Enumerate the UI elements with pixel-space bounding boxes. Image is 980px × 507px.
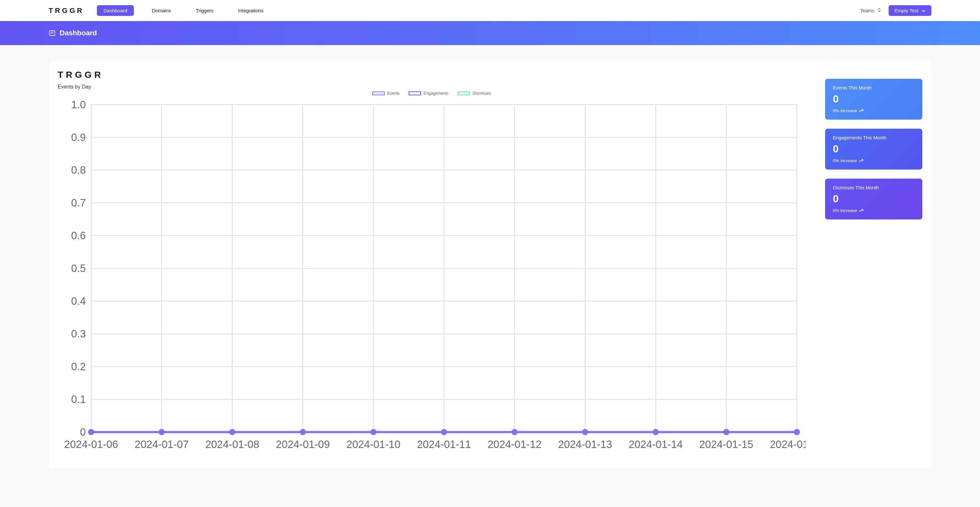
svg-text:0.5: 0.5 (71, 263, 86, 274)
svg-text:2024-01-09: 2024-01-09 (276, 438, 330, 450)
content: TRGGR Events by Day Events Engagements D… (0, 45, 980, 484)
trend-up-icon (859, 158, 863, 163)
svg-point-54 (511, 429, 517, 435)
legend-label: Events (387, 91, 399, 96)
svg-text:2024-01-06: 2024-01-06 (64, 438, 118, 450)
legend-swatch (372, 91, 385, 95)
chart-section: TRGGR Events by Day Events Engagements D… (58, 70, 806, 460)
nav-triggers[interactable]: Triggers (189, 5, 220, 16)
svg-point-53 (441, 429, 447, 435)
svg-text:2024-01-15: 2024-01-15 (699, 438, 754, 450)
svg-text:0.1: 0.1 (71, 394, 86, 405)
logo: TRGGR (49, 6, 84, 15)
svg-text:1.0: 1.0 (71, 99, 86, 110)
svg-point-48 (88, 429, 94, 435)
sort-icon (878, 8, 881, 13)
line-chart-svg: 00.10.20.30.40.50.60.70.80.91.02024-01-0… (58, 97, 806, 458)
svg-text:0: 0 (80, 426, 86, 438)
legend-swatch (409, 91, 421, 95)
svg-text:2024-01-12: 2024-01-12 (487, 438, 541, 450)
svg-point-55 (582, 429, 588, 435)
stat-value: 0 (833, 143, 915, 155)
svg-point-58 (794, 429, 800, 435)
teams-selector[interactable]: Teams (860, 8, 881, 13)
stat-value: 0 (833, 93, 915, 105)
stat-change: 0% increase (833, 158, 915, 163)
nav-links: Dashboard Domains Triggers Integrations (97, 5, 860, 16)
svg-text:0.3: 0.3 (71, 328, 86, 340)
svg-point-51 (300, 429, 306, 435)
empty-test-button[interactable]: Empty Test (889, 5, 931, 16)
stat-card-dismisses: Dismisses This Month 0 0% increase (825, 179, 922, 220)
stat-change-text: 0% increase (833, 108, 857, 113)
svg-text:0.2: 0.2 (71, 361, 86, 373)
svg-point-56 (653, 429, 659, 435)
svg-text:2024-01-13: 2024-01-13 (558, 438, 612, 450)
stat-change-text: 0% increase (833, 158, 857, 163)
stat-card-events: Events This Month 0 0% increase (825, 79, 922, 120)
nav-domains[interactable]: Domains (145, 5, 178, 16)
stat-label: Engagements This Month (833, 135, 915, 140)
svg-text:0.4: 0.4 (71, 295, 86, 307)
svg-point-52 (371, 429, 377, 435)
trend-up-icon (859, 208, 863, 213)
nav-integrations[interactable]: Integrations (232, 5, 270, 16)
nav-dashboard[interactable]: Dashboard (97, 5, 134, 16)
legend-label: Engagements (423, 91, 449, 96)
svg-text:2024-01-14: 2024-01-14 (629, 438, 683, 450)
teams-label: Teams (860, 8, 874, 13)
chart-legend: Events Engagements Dismisses (58, 91, 806, 96)
svg-rect-0 (49, 31, 55, 36)
svg-text:2024-01-11: 2024-01-11 (417, 438, 471, 450)
stats-column: Events This Month 0 0% increase Engageme… (825, 70, 922, 460)
stat-label: Events This Month (833, 85, 915, 91)
page-title: Dashboard (60, 29, 97, 37)
trend-up-icon (859, 108, 863, 113)
svg-text:2024-01-08: 2024-01-08 (205, 438, 259, 450)
navbar: TRGGR Dashboard Domains Triggers Integra… (0, 0, 980, 21)
legend-item-engagements[interactable]: Engagements (409, 91, 449, 96)
stat-change: 0% increase (833, 208, 915, 213)
legend-label: Dismisses (473, 91, 491, 96)
svg-text:0.8: 0.8 (71, 164, 86, 176)
dashboard-card: TRGGR Events by Day Events Engagements D… (49, 61, 931, 469)
chart-title: Events by Day (58, 84, 806, 90)
svg-text:0.9: 0.9 (71, 132, 86, 143)
page-header: Dashboard (0, 21, 980, 45)
nav-right: Teams Empty Test (860, 5, 931, 16)
stat-change: 0% increase (833, 108, 915, 113)
legend-item-events[interactable]: Events (372, 91, 399, 96)
chart-canvas: 00.10.20.30.40.50.60.70.80.91.02024-01-0… (58, 97, 806, 460)
svg-text:0.7: 0.7 (71, 197, 86, 209)
stat-value: 0 (833, 193, 915, 205)
empty-test-label: Empty Test (894, 8, 918, 13)
svg-point-50 (229, 429, 235, 435)
chart-logo: TRGGR (58, 70, 806, 80)
svg-text:2024-01-07: 2024-01-07 (135, 438, 189, 450)
svg-point-57 (723, 429, 730, 435)
dashboard-icon (49, 30, 56, 37)
stat-label: Dismisses This Month (833, 185, 915, 190)
stat-card-engagements: Engagements This Month 0 0% increase (825, 129, 922, 169)
svg-text:2024-01-16: 2024-01-16 (770, 438, 806, 450)
legend-item-dismisses[interactable]: Dismisses (458, 91, 491, 96)
chevron-down-icon (922, 8, 926, 13)
svg-text:0.6: 0.6 (71, 230, 86, 241)
svg-text:2024-01-10: 2024-01-10 (347, 438, 401, 450)
svg-point-49 (159, 429, 165, 435)
legend-swatch (458, 91, 470, 95)
stat-change-text: 0% increase (833, 208, 857, 213)
